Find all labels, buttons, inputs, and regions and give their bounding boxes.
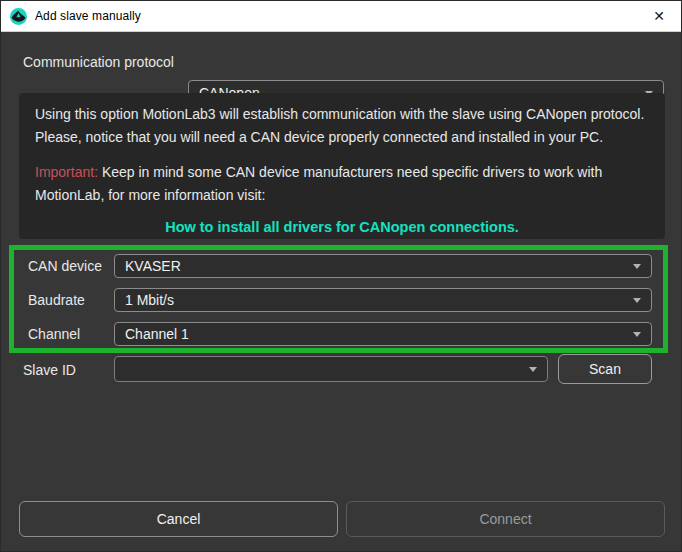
can-settings-highlight: CAN device KVASER Baudrate 1 Mbit/s Chan… bbox=[9, 245, 668, 353]
connect-button[interactable]: Connect bbox=[346, 501, 665, 537]
cancel-button[interactable]: Cancel bbox=[19, 501, 338, 537]
can-device-value: KVASER bbox=[125, 258, 181, 274]
can-device-row: CAN device KVASER bbox=[14, 254, 663, 278]
info-line: MotionLab, for more information visit: bbox=[35, 184, 649, 207]
chevron-down-icon bbox=[529, 367, 537, 372]
info-spacer bbox=[35, 149, 649, 161]
dialog-body: Communication protocol CANopen Using thi… bbox=[1, 32, 681, 551]
important-text: Keep in mind some CAN device manufacture… bbox=[98, 164, 602, 180]
slave-id-label: Slave ID bbox=[23, 357, 76, 383]
drivers-help-link[interactable]: How to install all drivers for CANopen c… bbox=[35, 216, 649, 239]
baudrate-label: Baudrate bbox=[28, 287, 85, 313]
baudrate-row: Baudrate 1 Mbit/s bbox=[14, 288, 663, 312]
important-label: Important: bbox=[35, 164, 98, 180]
info-line: Please, notice that you will need a CAN … bbox=[35, 126, 649, 149]
channel-row: Channel Channel 1 bbox=[14, 322, 663, 346]
chevron-down-icon bbox=[633, 332, 641, 337]
baudrate-dropdown[interactable]: 1 Mbit/s bbox=[114, 288, 652, 312]
channel-label: Channel bbox=[28, 321, 80, 347]
info-line: Using this option MotionLab3 will establ… bbox=[35, 103, 649, 126]
channel-value: Channel 1 bbox=[125, 326, 189, 342]
baudrate-value: 1 Mbit/s bbox=[125, 292, 174, 308]
window-title: Add slave manually bbox=[35, 9, 141, 23]
add-slave-dialog: Add slave manually ✕ Communication proto… bbox=[0, 0, 682, 552]
info-line: Important: Keep in mind some CAN device … bbox=[35, 161, 649, 184]
can-device-label: CAN device bbox=[28, 253, 102, 279]
channel-dropdown[interactable]: Channel 1 bbox=[114, 322, 652, 346]
can-device-dropdown[interactable]: KVASER bbox=[114, 254, 652, 278]
chevron-down-icon bbox=[633, 298, 641, 303]
protocol-label: Communication protocol bbox=[23, 49, 174, 75]
close-icon[interactable]: ✕ bbox=[637, 1, 681, 31]
motionlab-app-icon bbox=[10, 8, 27, 25]
chevron-down-icon bbox=[633, 264, 641, 269]
info-box: Using this option MotionLab3 will establ… bbox=[19, 93, 665, 239]
scan-button[interactable]: Scan bbox=[558, 354, 652, 384]
slave-id-dropdown[interactable] bbox=[114, 356, 548, 382]
title-bar: Add slave manually ✕ bbox=[1, 1, 681, 32]
